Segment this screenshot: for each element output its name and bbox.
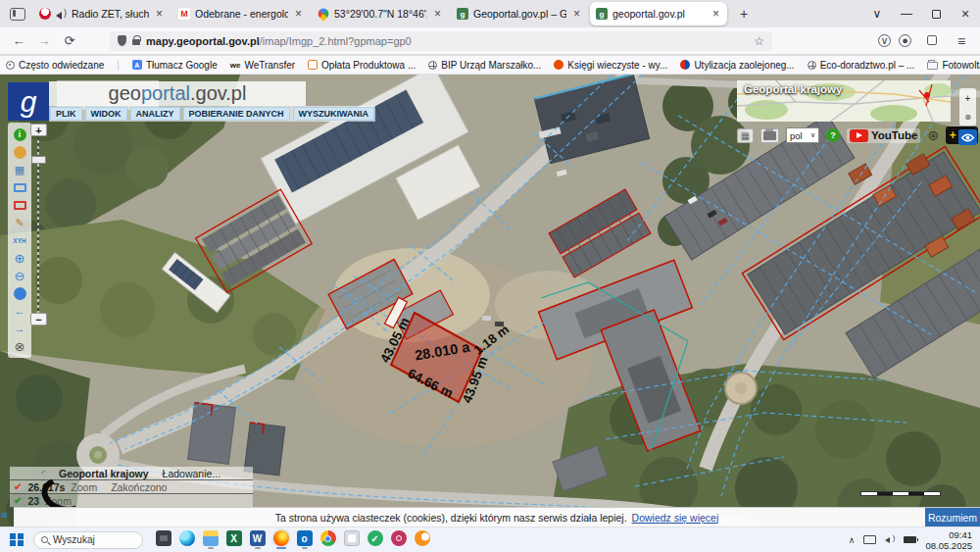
bookmark-item[interactable]: BIP Urząd Marszałko... — [428, 60, 541, 71]
bookmark-item[interactable]: Eco-doradztwo.pl – ... — [808, 60, 915, 71]
xyh-coordinates-icon[interactable]: XYH — [13, 233, 27, 248]
taskbar-search[interactable]: Wyszukaj — [33, 531, 143, 549]
legend-icon[interactable]: ▦ — [737, 128, 754, 143]
tab-geoportal-active[interactable]: g geoportal.gov.pl × — [590, 2, 727, 25]
draw-pencil-icon[interactable]: ✎ — [13, 216, 27, 230]
green-shield-app-icon[interactable]: ✓ — [367, 530, 383, 549]
tab-radio-zet[interactable]: Radio ZET, słuchaj na żywo × — [33, 2, 171, 25]
orange-crescent-app-icon[interactable] — [414, 530, 430, 549]
zoom-out-icon[interactable]: ⊖ — [13, 269, 27, 283]
battery-icon[interactable] — [904, 536, 916, 543]
tab-close-icon[interactable]: × — [571, 7, 582, 21]
tab-close-icon[interactable]: × — [710, 7, 721, 21]
app-menu-button[interactable]: ≡ — [949, 33, 974, 49]
extensions-icon[interactable] — [919, 33, 945, 48]
cookie-learn-more-link[interactable]: Dowiedz się więcej — [632, 512, 719, 524]
chevron-down-icon: ∨ — [810, 131, 815, 139]
tab-gmail[interactable]: M Odebrane - energolocum@gmail.com - × — [172, 2, 310, 25]
bookmark-item[interactable]: ATłumacz Google — [132, 60, 218, 71]
account-icon[interactable]: ● — [899, 34, 911, 47]
expand-plus-icon[interactable]: + — [965, 93, 971, 104]
collapse-panel-chevron[interactable]: « — [1, 507, 8, 522]
menu-plik[interactable]: PLIK — [50, 107, 82, 121]
window-maximize-button[interactable] — [921, 1, 951, 26]
tab-list-chevron[interactable]: ∨ — [862, 1, 892, 26]
photos-app-icon[interactable] — [343, 530, 360, 549]
url-bar[interactable]: mapy.geoportal.gov.pl/imap/Imgp_2.html?g… — [110, 31, 772, 51]
close-panel-icon[interactable]: ⊗ — [13, 339, 27, 354]
tab-close-icon[interactable]: × — [154, 7, 165, 21]
zoom-slider-handle[interactable] — [31, 156, 46, 164]
language-select[interactable]: pol∨ — [786, 127, 819, 143]
contrast-plus-icon: + — [950, 129, 956, 141]
status-time: 23 — [27, 495, 39, 507]
bookmark-item[interactable]: weWeTransfer — [230, 60, 295, 71]
tab-title: 53°29'00.7"N 18°46'18.8"E – Mapy Goo — [334, 8, 427, 20]
start-button[interactable] — [10, 533, 24, 547]
help-icon[interactable]: ? — [826, 128, 840, 142]
visibility-eye-button[interactable] — [958, 129, 977, 145]
tab-title: Odebrane - energolocum@gmail.com - — [195, 8, 288, 20]
tab-google-maps[interactable]: 53°29'00.7"N 18°46'18.8"E – Mapy Goo × — [312, 2, 449, 25]
window-close-button[interactable]: × — [951, 1, 980, 26]
taskbar-dark-app-icon[interactable] — [155, 530, 172, 549]
bookmark-star-icon[interactable]: ☆ — [754, 34, 764, 48]
new-tab-button[interactable]: + — [729, 1, 759, 26]
file-explorer-icon[interactable] — [202, 530, 219, 549]
tracking-shield-icon[interactable] — [118, 35, 126, 46]
tab-geoportal-1[interactable]: g Geoportal.gov.pl – Geoportal Infrastru… — [451, 2, 588, 25]
overview-minimap[interactable]: Geoportal krajowy — [737, 80, 951, 122]
attribute-table-icon[interactable]: ▦ — [13, 163, 27, 177]
cookie-accept-button[interactable]: Rozumiem — [925, 508, 980, 527]
bookmark-item[interactable]: Utylizacja zaolejoneg... — [680, 60, 794, 71]
reload-button[interactable]: ⟳ — [57, 33, 82, 48]
map-viewport[interactable]: 43.05 m 28.010 a 1.18 m 43.95 m 64.66 m … — [0, 75, 980, 527]
previous-view-icon[interactable]: ← — [13, 304, 27, 319]
select-area-red-icon[interactable] — [14, 201, 26, 210]
compass-icon[interactable] — [14, 146, 26, 159]
excel-icon[interactable]: X — [225, 530, 242, 549]
lock-icon[interactable] — [132, 39, 140, 45]
url-text[interactable]: mapy.geoportal.gov.pl/imap/Imgp_2.html?g… — [146, 35, 748, 47]
print-icon[interactable] — [760, 128, 779, 143]
firefox-view-icon[interactable] — [10, 8, 25, 21]
next-view-icon[interactable]: → — [13, 322, 27, 336]
gear-icon[interactable]: ⊛ — [964, 113, 971, 122]
menu-wyszukiwania[interactable]: WYSZUKIWANIA — [293, 107, 375, 121]
bookmark-frequent[interactable]: Często odwiedzane — [6, 60, 104, 71]
word-icon[interactable]: W — [249, 530, 266, 549]
magenta-app-icon[interactable] — [390, 530, 407, 549]
back-button[interactable]: ← — [6, 33, 31, 48]
geoportal-logo[interactable]: g — [8, 82, 49, 121]
display-icon[interactable] — [863, 535, 876, 544]
window-minimize-button[interactable]: — — [892, 1, 921, 26]
map-tool-panel: i ▦ ✎ XYH ⊕ ⊖ ← → ⊗ — [8, 123, 31, 358]
menu-pobieranie-danych[interactable]: POBIERANIE DANYCH — [183, 107, 290, 121]
bookmark-item[interactable]: Opłata Produktowa ... — [308, 60, 416, 71]
chrome-icon[interactable] — [319, 530, 336, 549]
menu-widok[interactable]: WIDOK — [85, 107, 127, 121]
settings-wheel-icon[interactable]: ⊛ — [927, 127, 939, 143]
firefox-icon[interactable] — [272, 530, 289, 549]
volume-icon[interactable] — [885, 536, 895, 544]
bookmark-folder[interactable]: Fotowoltaika — [927, 60, 980, 71]
zoom-slider-plus[interactable]: + — [30, 124, 47, 136]
zoom-slider-minus[interactable]: − — [30, 313, 47, 326]
zoom-slider-track[interactable] — [37, 137, 39, 314]
select-area-icon[interactable] — [14, 183, 26, 192]
tab-close-icon[interactable]: × — [432, 7, 443, 21]
info-icon[interactable]: i — [14, 128, 26, 141]
edge-icon[interactable] — [178, 530, 195, 549]
taskbar-clock[interactable]: 09:41 08.05.2025 — [925, 529, 972, 551]
bookmark-item[interactable]: Księgi wieczyste - wy... — [554, 60, 667, 71]
forward-button[interactable]: → — [31, 33, 57, 48]
pocket-icon[interactable]: ∨ — [878, 34, 891, 47]
tab-close-icon[interactable]: × — [293, 7, 304, 21]
menu-analizy[interactable]: ANALIZY — [130, 107, 180, 121]
tray-chevron-up-icon[interactable]: ∧ — [849, 535, 856, 545]
tab-audio-icon[interactable] — [56, 10, 67, 19]
zoom-in-icon[interactable]: ⊕ — [13, 251, 27, 266]
outlook-icon[interactable]: o — [296, 530, 313, 549]
youtube-button[interactable]: YouTube — [847, 128, 920, 143]
full-extent-globe-icon[interactable] — [14, 287, 26, 300]
